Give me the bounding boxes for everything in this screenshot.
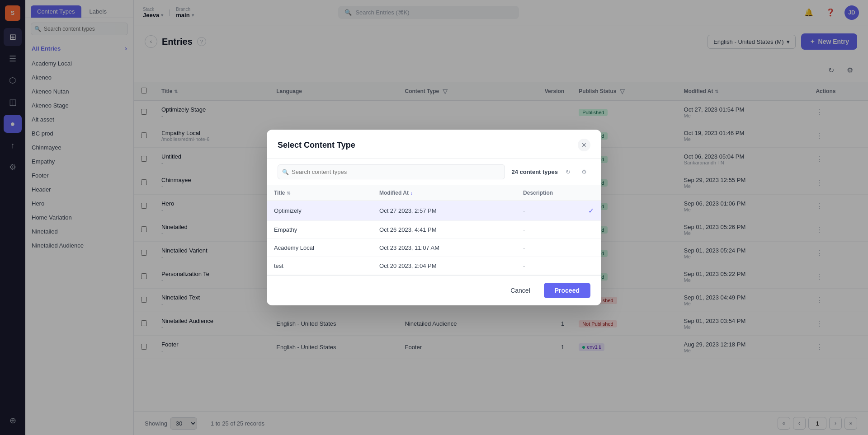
- modal-search-meta: 24 content types ↻ ⚙: [511, 166, 590, 178]
- modal-search-icon: 🔍: [282, 169, 289, 175]
- content-types-count: 24 content types: [511, 168, 558, 175]
- cancel-button[interactable]: Cancel: [501, 283, 539, 298]
- modal-table: Title ⇅ Modified At ↓ Description: [267, 185, 601, 275]
- modal-table-row[interactable]: Academy Local Oct 23 2023, 11:07 AM -: [267, 239, 601, 257]
- modal-th-description: Description: [516, 185, 601, 201]
- modal-settings-button[interactable]: ⚙: [578, 166, 590, 178]
- modal-th-modified: Modified At ↓: [372, 185, 516, 201]
- modal-footer: Cancel Proceed: [267, 275, 601, 305]
- select-content-type-modal: Select Content Type ✕ 🔍 24 content types…: [267, 130, 601, 305]
- selected-check-icon: ✓: [588, 206, 594, 215]
- modal-overlay: Select Content Type ✕ 🔍 24 content types…: [0, 0, 868, 435]
- modal-th-title: Title ⇅: [267, 185, 372, 201]
- modal-close-button[interactable]: ✕: [578, 139, 590, 151]
- modal-modified-sort-icon[interactable]: ↓: [410, 191, 413, 196]
- modal-content-type-title: Academy Local: [267, 239, 372, 257]
- modal-content-type-title: Optimizely: [267, 201, 372, 221]
- modal-content-type-title: Empathy: [267, 221, 372, 239]
- modal-title-sort-icon[interactable]: ⇅: [287, 191, 290, 196]
- modal-header: Select Content Type ✕: [267, 130, 601, 159]
- modal-search-bar: 🔍 24 content types ↻ ⚙: [267, 159, 601, 185]
- modal-table-row[interactable]: test Oct 20 2023, 2:04 PM -: [267, 257, 601, 275]
- modal-table-row[interactable]: Optimizely Oct 27 2023, 2:57 PM - ✓: [267, 201, 601, 221]
- modal-title: Select Content Type: [278, 140, 355, 150]
- modal-table-row[interactable]: Empathy Oct 26 2023, 4:41 PM -: [267, 221, 601, 239]
- modal-search-input-wrap: 🔍: [278, 164, 505, 179]
- proceed-button[interactable]: Proceed: [544, 283, 590, 298]
- modal-content-type-title: test: [267, 257, 372, 275]
- modal-search-input[interactable]: [278, 164, 505, 179]
- modal-refresh-button[interactable]: ↻: [561, 166, 574, 178]
